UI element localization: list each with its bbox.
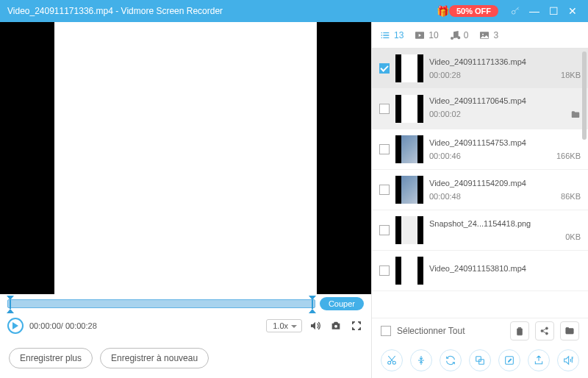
file-name: Video_240911154753.mp4	[429, 138, 581, 147]
preview-letterbox-right	[317, 22, 371, 294]
file-item[interactable]: Video_240911171336.mp400:00:2818KB	[372, 49, 588, 89]
file-name: Video_240911153810.mp4	[429, 264, 581, 273]
file-thumbnail	[395, 257, 423, 285]
file-name: Snapshot_24...1154418.png	[429, 219, 581, 228]
fullscreen-icon[interactable]	[349, 318, 364, 333]
file-duration: 00:00:02	[429, 110, 461, 121]
file-thumbnail	[395, 54, 423, 82]
file-size: 18KB	[561, 71, 581, 79]
timecode: 00:00:00/ 00:00:28	[29, 321, 97, 330]
promo-badge[interactable]: 50% OFF	[449, 5, 498, 17]
share-button[interactable]	[535, 321, 554, 340]
file-item[interactable]: Video_240911153810.mp4	[372, 251, 588, 291]
file-checkbox[interactable]	[379, 144, 390, 154]
file-duration: 00:00:46	[429, 151, 461, 160]
key-icon[interactable]	[507, 3, 523, 19]
folder-icon[interactable]	[570, 110, 581, 121]
filter-tabs: 13 10 0 3	[372, 22, 588, 49]
playback-controls: 00:00:00/ 00:00:28 1.0x	[0, 313, 371, 338]
titlebar: Video_240911171336.mp4 - Vidmore Screen …	[0, 0, 588, 22]
snapshot-icon[interactable]	[329, 318, 343, 333]
edit-tool-button[interactable]	[498, 349, 520, 371]
svg-point-1	[334, 325, 337, 328]
title-app: Vidmore Screen Recorder	[121, 6, 223, 16]
minimize-button[interactable]: —	[526, 3, 542, 19]
file-checkbox[interactable]	[379, 104, 390, 114]
file-info: Video_240911154753.mp400:00:46166KB	[429, 138, 581, 160]
tab-image[interactable]: 3	[478, 29, 498, 41]
merge-tool-button[interactable]	[469, 349, 491, 371]
file-checkbox[interactable]	[379, 63, 390, 74]
gift-icon: 🎁	[437, 5, 449, 17]
timeline-row: Couper	[0, 294, 371, 313]
trim-handle-end[interactable]	[309, 296, 316, 313]
select-all-row: Sélectionner Tout	[372, 318, 588, 343]
convert-tool-button[interactable]	[440, 349, 462, 371]
trim-timeline[interactable]	[7, 299, 315, 308]
svg-rect-10	[476, 357, 481, 362]
save-row: Enregistrer plus Enregistrer à nouveau	[0, 338, 371, 378]
preview-panel: Couper 00:00:00/ 00:00:28 1.0x Enregistr…	[0, 22, 372, 378]
preview-letterbox-left	[0, 22, 54, 294]
file-item[interactable]: Video_240911170645.mp400:00:02	[372, 89, 588, 129]
file-name: Video_240911171336.mp4	[429, 57, 581, 66]
music-icon	[449, 29, 461, 41]
file-item[interactable]: Video_240911154753.mp400:00:46166KB	[372, 129, 588, 170]
open-folder-button[interactable]	[560, 321, 579, 340]
file-thumbnail	[395, 176, 423, 204]
maximize-button[interactable]: ☐	[545, 3, 562, 19]
video-icon	[414, 29, 426, 41]
svg-rect-11	[479, 360, 484, 365]
close-button[interactable]: ✕	[564, 3, 581, 19]
file-thumbnail	[395, 95, 423, 123]
window-title: Video_240911171336.mp4 - Vidmore Screen …	[7, 6, 437, 16]
file-checkbox[interactable]	[379, 225, 390, 235]
title-filename: Video_240911171336.mp4	[7, 6, 113, 16]
image-icon	[478, 29, 490, 41]
svg-point-0	[512, 10, 515, 14]
tab-audio[interactable]: 0	[449, 29, 469, 41]
trim-handle-start[interactable]	[7, 296, 14, 313]
delete-button[interactable]	[510, 321, 529, 340]
video-preview[interactable]	[0, 22, 371, 294]
file-info: Video_240911153810.mp4	[429, 264, 581, 277]
file-info: Snapshot_24...1154418.png0KB	[429, 219, 581, 241]
file-size: 0KB	[565, 232, 581, 241]
cut-button[interactable]: Couper	[320, 297, 364, 310]
file-item[interactable]: Snapshot_24...1154418.png0KB	[372, 210, 588, 251]
play-button[interactable]	[7, 318, 24, 334]
tab-video[interactable]: 10	[414, 29, 438, 41]
file-checkbox[interactable]	[379, 265, 390, 276]
preview-content	[54, 22, 317, 294]
file-checkbox[interactable]	[379, 185, 390, 195]
audio-tool-button[interactable]	[557, 349, 579, 371]
file-item[interactable]: Video_240911154209.mp400:00:4886KB	[372, 170, 588, 210]
file-size: 166KB	[556, 151, 581, 160]
save-again-button[interactable]: Enregistrer à nouveau	[100, 348, 209, 368]
file-name: Video_240911170645.mp4	[429, 96, 581, 105]
file-name: Video_240911154209.mp4	[429, 179, 581, 188]
file-info: Video_240911171336.mp400:00:2818KB	[429, 57, 581, 79]
select-all-label: Sélectionner Tout	[397, 326, 465, 336]
file-thumbnail	[395, 135, 423, 163]
file-thumbnail	[395, 216, 423, 244]
file-info: Video_240911170645.mp400:00:02	[429, 96, 581, 121]
compress-tool-button[interactable]	[410, 349, 432, 371]
file-duration: 00:00:48	[429, 192, 461, 201]
file-size: 86KB	[561, 192, 581, 201]
tool-row	[372, 343, 588, 378]
file-info: Video_240911154209.mp400:00:4886KB	[429, 179, 581, 201]
scrollbar-thumb[interactable]	[582, 51, 587, 140]
save-more-button[interactable]: Enregistrer plus	[9, 348, 93, 368]
trim-tool-button[interactable]	[381, 349, 403, 371]
tab-all[interactable]: 13	[379, 29, 404, 41]
speed-select[interactable]: 1.0x	[266, 319, 302, 332]
file-duration: 00:00:28	[429, 71, 461, 79]
file-panel: 13 10 0 3 Video_240911171336.mp400:00:28…	[372, 22, 588, 378]
file-list[interactable]: Video_240911171336.mp400:00:2818KBVideo_…	[372, 49, 588, 318]
list-icon	[379, 29, 391, 41]
volume-icon[interactable]	[308, 318, 323, 333]
select-all-checkbox[interactable]	[381, 326, 391, 336]
svg-point-4	[482, 33, 484, 35]
export-tool-button[interactable]	[528, 349, 550, 371]
